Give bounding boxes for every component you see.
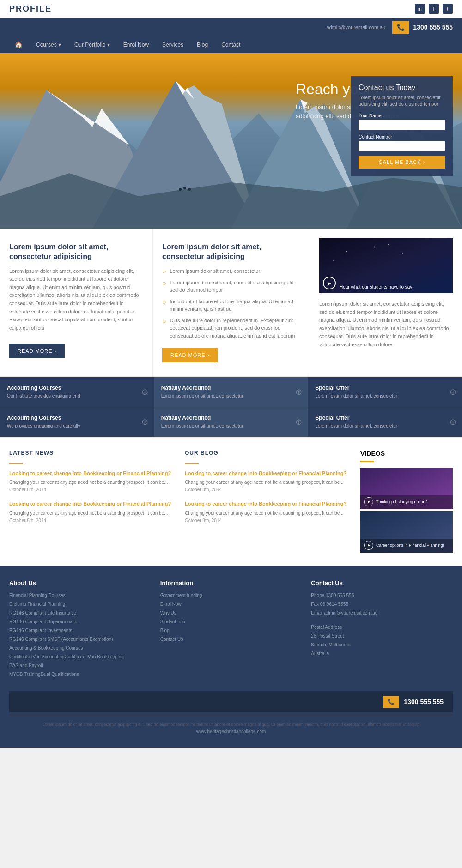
video-thumb-1[interactable]: ▶ Thinking of studying online? [360, 468, 453, 509]
blog-body-1: Changing your career at any age need not… [185, 479, 351, 486]
linkedin-icon[interactable]: in [415, 4, 425, 14]
feature-item-4: Accounting Courses We provides engaging … [0, 407, 154, 437]
search-icon-4: ⊕ [141, 417, 148, 427]
name-label: Your Name [359, 113, 445, 118]
footer-contact-spacer [311, 618, 453, 622]
feature-title-5: Natially Accredited [161, 415, 301, 421]
footer-link[interactable]: RG146 Compliant SMSF (Accountants Exempt… [9, 636, 151, 643]
footer-link[interactable]: Certificate IV in AccountingCertificate … [9, 653, 151, 660]
footer-link[interactable]: Financial Planning Courses [9, 592, 151, 599]
list-item: ○ Duis aute irure dolor in reprehenderit… [162, 317, 300, 340]
footer-about-list: Financial Planning Courses Diploma Finan… [9, 592, 151, 678]
footer-bottom-text: Lorem ipsum dolor sit amet, consectetur … [9, 722, 453, 727]
col3-body: Lorem ipsum dolor sit amet, consectetur … [319, 300, 453, 349]
footer-contact-list: Phone 1300 555 555 Fax 03 9614 5555 Emai… [311, 592, 453, 657]
content-col-3: ▶ Hear what our students have to say! Lo… [310, 229, 462, 376]
video-play-overlay-1: ▶ Thinking of studying online? [360, 497, 453, 506]
footer-country: Australia [311, 650, 453, 657]
footer-link[interactable]: RG146 Compliant Investments [9, 627, 151, 634]
phone-bar: 📞 1300 555 555 [392, 21, 453, 34]
footer-address-label: Postal Address [311, 624, 453, 631]
search-icon-2: ⊕ [295, 387, 302, 397]
footer-link[interactable]: Enrol Now [160, 601, 302, 608]
nav-courses[interactable]: Courses ▾ [30, 37, 67, 53]
blog-item-1: Looking to career change into Bookkeepin… [185, 470, 351, 492]
call-me-back-button[interactable]: CALL ME BACK › [359, 156, 445, 169]
phone-label: Contact Number [359, 134, 445, 139]
twitter-icon[interactable]: t [443, 4, 453, 14]
feature-title-4: Accounting Courses [7, 415, 147, 421]
feature-item-1: Accounting Courses Our Institute provide… [0, 377, 154, 407]
blog-link-2[interactable]: Looking to career change into Bookkeepin… [185, 500, 351, 507]
footer-link[interactable]: Why Us [160, 609, 302, 616]
col2-title: Lorem ipsum dolor sit amet, consectetur … [162, 242, 300, 262]
footer-link[interactable]: Contact Us [160, 636, 302, 643]
nav-portfolio[interactable]: Our Portfolio ▾ [69, 37, 116, 53]
svg-point-19 [402, 253, 403, 254]
phone-input[interactable] [359, 141, 445, 151]
footer-link[interactable]: MYOB TrainingDual Qualifications [9, 671, 151, 678]
footer-link[interactable]: Blog [160, 627, 302, 634]
content-col-1: Lorem ipsum dolor sit amet, consectetur … [0, 229, 152, 376]
news-title: LATEST NEWS [9, 450, 176, 456]
footer-link[interactable]: RG146 Compliant Life Insurance [9, 609, 151, 616]
list-item: ○ Incididunt ut labore et dolore magna a… [162, 298, 300, 313]
blog-title: OUR BLOG [185, 450, 351, 456]
search-icon-3: ⊕ [450, 387, 456, 397]
news-divider [9, 463, 23, 464]
read-more-button-2[interactable]: READ MORE › [162, 348, 218, 362]
footer-link[interactable]: BAS and Payroll [9, 662, 151, 669]
footer-address: 28 Postal Street [311, 633, 453, 639]
feature-item-5: Natially Accredited Lorem ipsum dolor si… [154, 407, 308, 437]
nav-home[interactable]: 🏠 [9, 36, 28, 53]
read-more-button-1[interactable]: READ MORE › [9, 344, 65, 358]
name-input[interactable] [359, 120, 445, 130]
features-grid-bottom: Accounting Courses We provides engaging … [0, 407, 462, 437]
videos-column: VIDEOS ▶ Thinking of studying online? [360, 450, 453, 554]
footer-information: Information Government funding Enrol Now… [160, 579, 302, 680]
contact-bar: admin@youremail.com.au 📞 1300 555 555 [0, 18, 462, 36]
footer-link[interactable]: Government funding [160, 592, 302, 599]
feature-item-3: Special Offer Lorem ipsum dolor sit amet… [308, 377, 462, 407]
footer-link[interactable]: Student Info [160, 618, 302, 625]
news-link-1[interactable]: Looking to career change into Bookkeepin… [9, 470, 176, 477]
footer-contact: Contact Us Phone 1300 555 555 Fax 03 961… [311, 579, 453, 680]
contact-form-title: Contact us Today [359, 84, 445, 92]
blog-item-2: Looking to career change into Bookkeepin… [185, 500, 351, 523]
footer-link[interactable]: RG146 Compliant Superannuation [9, 618, 151, 625]
col2-list: ○ Lorem ipsum dolor sit amet, consectetu… [162, 267, 300, 340]
nav-blog[interactable]: Blog [191, 37, 213, 53]
news-blog-section: LATEST NEWS Looking to career change int… [0, 438, 462, 566]
videos-divider [360, 461, 374, 462]
footer-link[interactable]: Accounting & Bookkeeping Courses [9, 645, 151, 651]
features-section: Accounting Courses Our Institute provide… [0, 376, 462, 438]
video-caption-1: Thinking of studying online? [376, 500, 428, 504]
feature-desc-6: Lorem ipsum dolor sit amet, consectetur [315, 423, 455, 429]
footer-contact-title: Contact Us [311, 579, 453, 586]
footer-suburb: Suburb, Melbourne [311, 641, 453, 648]
phone-icon: 📞 [392, 21, 409, 34]
blog-link-1[interactable]: Looking to career change into Bookkeepin… [185, 470, 351, 477]
site-logo: PROFILE [9, 4, 52, 14]
feature-title-3: Special Offer [315, 385, 455, 391]
footer-contact-phone: Phone 1300 555 555 [311, 592, 453, 599]
footer-about: About Us Financial Planning Courses Dipl… [9, 579, 151, 680]
nav-contact[interactable]: Contact [216, 37, 246, 53]
footer-bottom: Lorem ipsum dolor sit amet, consectetur … [9, 715, 453, 734]
footer-link[interactable]: Diploma Financial Planning [9, 601, 151, 608]
nav-services[interactable]: Services [157, 37, 189, 53]
video-thumb-2[interactable]: ▶ Career options in Financial Planning! [360, 511, 453, 553]
news-link-2[interactable]: Looking to career change into Bookkeepin… [9, 500, 176, 507]
blog-column: OUR BLOG Looking to career change into B… [185, 450, 351, 554]
features-grid-top: Accounting Courses Our Institute provide… [0, 377, 462, 407]
feature-item-2: Natially Accredited Lorem ipsum dolor si… [154, 377, 308, 407]
facebook-icon[interactable]: f [429, 4, 439, 14]
footer-phone-bar: 📞 1300 555 555 [9, 691, 453, 712]
video-thumbnail[interactable]: ▶ Hear what our students have to say! [319, 238, 453, 293]
svg-point-20 [333, 260, 334, 261]
col1-title: Lorem ipsum dolor sit amet, consectetur … [9, 242, 143, 262]
svg-point-21 [388, 244, 389, 245]
play-button[interactable]: ▶ [323, 277, 336, 289]
main-nav: 🏠 Courses ▾ Our Portfolio ▾ Enrol Now Se… [0, 36, 462, 53]
nav-enrol[interactable]: Enrol Now [118, 37, 154, 53]
